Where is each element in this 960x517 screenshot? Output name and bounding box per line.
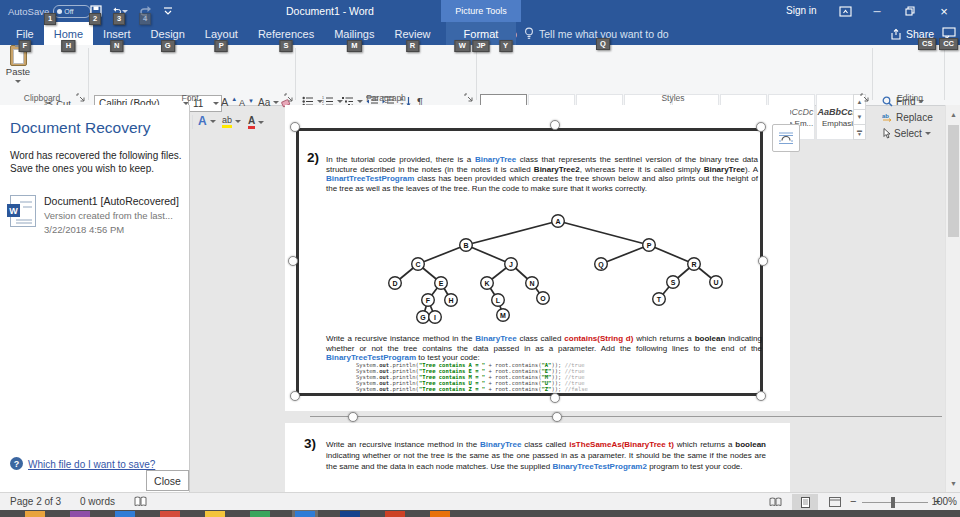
tab-home[interactable]: HomeH	[44, 22, 93, 45]
highlight-button[interactable]: ab	[222, 115, 241, 128]
item-3-paragraph: Write an recursive instance method in th…	[326, 439, 766, 472]
sign-in-button[interactable]: Sign in	[786, 5, 817, 16]
restore-button[interactable]	[895, 0, 925, 22]
zoom-slider-thumb[interactable]	[891, 497, 895, 508]
resize-handle-middle-left[interactable]	[288, 256, 298, 266]
which-file-help-link[interactable]: Which file do I want to save?	[28, 459, 155, 470]
zoom-level[interactable]: 100%	[931, 496, 957, 507]
picture-tools-header: Picture Tools	[441, 0, 521, 22]
styles-dialog-launcher[interactable]	[860, 93, 869, 102]
taskbar-app-icon[interactable]	[250, 511, 270, 517]
svg-text:G: G	[420, 314, 426, 321]
taskbar-app-icon[interactable]	[205, 511, 225, 517]
keytip-format: JP	[472, 40, 489, 52]
proofing-icon[interactable]	[134, 496, 147, 507]
close-window-button[interactable]: ×	[928, 0, 960, 22]
tree-node-S: S	[667, 276, 680, 289]
tree-edge-P-R	[649, 245, 694, 264]
read-mode-button[interactable]	[762, 494, 788, 510]
taskbar-app-icon[interactable]	[295, 511, 315, 517]
taskbar-app-icon[interactable]	[340, 511, 360, 517]
windows-taskbar[interactable]	[0, 510, 960, 517]
highlight-icon: ab	[222, 115, 232, 128]
taskbar-app-icon[interactable]	[70, 511, 90, 517]
lightbulb-icon	[524, 27, 534, 40]
print-layout-button[interactable]	[792, 494, 818, 510]
scroll-up-arrow[interactable]: ▲	[946, 107, 960, 121]
zoom-slider-track[interactable]	[862, 502, 928, 503]
ribbon-display-options-button[interactable]	[832, 0, 858, 22]
recovered-file-item[interactable]: W Document1 [AutoRecovered] Version crea…	[6, 191, 190, 251]
vertical-scrollbar[interactable]: ▲ ▼	[945, 105, 960, 492]
tab-mailings[interactable]: MailingsM	[324, 22, 384, 45]
share-button[interactable]: Share CS	[890, 22, 934, 45]
resize-handle-top-left[interactable]	[290, 122, 300, 132]
taskbar-app-icon[interactable]	[430, 511, 450, 517]
svg-text:N: N	[529, 280, 534, 287]
font-dialog-launcher[interactable]	[284, 93, 293, 102]
tree-node-A: A	[552, 215, 565, 228]
resize-handle-bottom-middle[interactable]	[550, 393, 560, 403]
tell-me-box[interactable]: Tell me what you want to do Q	[524, 22, 669, 45]
close-pane-button[interactable]: Close	[146, 470, 189, 491]
tab-references[interactable]: ReferencesS	[248, 22, 324, 45]
tab-review[interactable]: ReviewR	[385, 22, 441, 45]
tree-edge-P-Q	[601, 245, 649, 264]
taskbar-app-icon[interactable]	[25, 511, 45, 517]
zoom-out-button[interactable]: −	[850, 495, 856, 507]
title-bar: AutoSave Off 1 2 3 4 Document1 - Word Pi…	[0, 0, 960, 22]
next-picture-handle-left[interactable]	[348, 412, 358, 422]
window-title: Document1 - Word	[255, 5, 405, 17]
styles-scroll-down[interactable]: ▼	[853, 110, 866, 125]
taskbar-app-icon[interactable]	[385, 511, 405, 517]
resize-handle-bottom-left[interactable]	[290, 391, 300, 401]
word-count[interactable]: 0 words	[80, 496, 115, 507]
layout-options-icon	[778, 131, 794, 145]
customize-qat-button[interactable]	[160, 4, 176, 18]
layout-options-button[interactable]	[772, 124, 800, 152]
resize-handle-middle-right[interactable]	[758, 256, 768, 266]
comments-button[interactable]: CC	[942, 22, 956, 45]
svg-text:P: P	[647, 242, 652, 249]
contains-paragraph: Write a recursive instance method in the…	[326, 334, 762, 363]
select-button[interactable]: Select	[882, 128, 931, 139]
minimize-button[interactable]: ─	[862, 0, 892, 22]
item-3-number: 3)	[304, 436, 316, 451]
web-layout-button[interactable]	[822, 494, 848, 510]
svg-text:B: B	[463, 242, 468, 249]
keytip-tellme: Q	[596, 38, 610, 50]
text-effects-button[interactable]: A	[198, 114, 216, 128]
tab-file[interactable]: FileF	[6, 22, 44, 45]
tab-insert[interactable]: InsertN	[93, 22, 141, 45]
next-picture-handle-middle[interactable]	[552, 412, 562, 422]
taskbar-app-icon[interactable]	[160, 511, 180, 517]
styles-group-label: Styles	[477, 93, 869, 103]
word-window: AutoSave Off 1 2 3 4 Document1 - Word Pi…	[0, 0, 960, 517]
page-indicator[interactable]: Page 2 of 3	[10, 496, 61, 507]
paragraph-dialog-launcher[interactable]	[464, 93, 473, 102]
resize-handle-bottom-right[interactable]	[756, 391, 766, 401]
tree-node-D: D	[389, 277, 402, 290]
resize-handle-top-right[interactable]	[756, 122, 766, 132]
share-icon	[890, 28, 902, 40]
tab-layout[interactable]: LayoutP	[195, 22, 248, 45]
svg-text:F: F	[426, 297, 431, 304]
tree-node-N: N	[526, 277, 539, 290]
tree-node-B: B	[460, 239, 473, 252]
styles-more-button[interactable]: ▬▼	[853, 125, 866, 140]
tab-design[interactable]: DesignG	[141, 22, 195, 45]
code-line: System.out.println("Tree contains Z = " …	[356, 387, 588, 393]
resize-handle-top-middle[interactable]	[550, 120, 560, 130]
help-icon: ?	[10, 457, 23, 470]
clipboard-dialog-launcher[interactable]	[76, 93, 85, 102]
font-color-button[interactable]: A	[248, 115, 264, 129]
scroll-down-arrow[interactable]: ▼	[946, 476, 960, 490]
replace-button[interactable]: ab Replace	[882, 112, 933, 123]
pane-intro: Word has recovered the following files. …	[10, 149, 182, 175]
autosave-switch-icon: Off	[53, 5, 91, 18]
taskbar-app-icon[interactable]	[115, 511, 135, 517]
next-picture-top-edge	[310, 416, 942, 417]
scrollbar-thumb[interactable]	[948, 125, 959, 237]
svg-text:L: L	[496, 297, 501, 304]
binary-tree-diagram: ABPCJQRDEKNSUFHLOTGIM	[298, 210, 763, 332]
